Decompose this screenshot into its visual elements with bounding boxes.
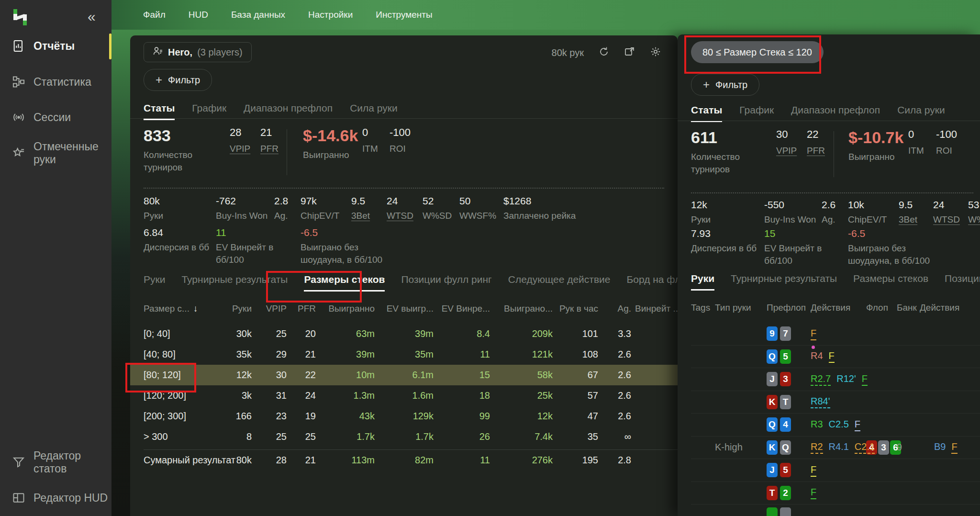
action-r84'[interactable]: R84' [811,395,830,408]
column-header-6[interactable]: Выиграно... [494,303,557,314]
action-r4.1[interactable]: R4.1 [829,441,849,452]
menu-item-2[interactable]: База данных [231,10,285,20]
table-row[interactable]: [200; 300]166231943k129k9912k472.6 [144,406,678,426]
sidebar-item-0[interactable]: Отчёты [0,34,111,58]
action-c2.1[interactable]: C2.1 [855,441,875,454]
tab-1[interactable]: График [192,102,226,120]
cell: 11 [437,455,494,466]
table-row[interactable]: [40; 80]35k292139m35m11121k1082.6 [144,344,678,365]
sidebar-item-1[interactable]: Статистика [0,69,111,94]
table-row[interactable]: [0; 40]30k252063m39m8.4209k1013.3 [144,324,678,344]
column-header-8[interactable]: Ag. [602,303,635,314]
action-f[interactable]: F [862,373,868,386]
column-header-7[interactable]: Рук в час [557,303,602,314]
hand-row[interactable]: Q4R3C2.5F [691,414,980,437]
add-filter-button[interactable]: + Фильтр [144,69,212,91]
column-header-5[interactable]: EV Винре... [437,303,494,314]
table-row[interactable]: [120; 200]3k31241.3m1.6m1825k572.6 [144,385,678,406]
sidebar-item-4[interactable]: Редактор статов [0,450,111,475]
tab-0[interactable]: Статы [691,104,722,122]
hand-row[interactable]: J5F [691,459,980,482]
refresh-icon[interactable] [598,46,610,60]
sidebar-item-2[interactable]: Сессии [0,105,111,130]
hand-column-header-6[interactable]: Действия [920,303,980,313]
stack-size-filter-pill[interactable]: 80 ≤ Размер Стека ≤ 120 [691,41,824,63]
column-header-4[interactable]: EV выигр... [379,303,437,314]
action-f[interactable]: F [811,464,816,477]
report-tab-4[interactable]: Следующее действие [508,274,611,292]
report-tab-5[interactable]: Борд на флопе [627,274,678,292]
sidebar-item-label: Сессии [33,111,71,124]
cell: 1.7k [320,431,379,442]
stat-label: WTSD [387,210,413,222]
menu-item-1[interactable]: HUD [189,10,208,20]
report-tab-0[interactable]: Руки [691,273,714,291]
hand-row[interactable]: KTR84' [691,391,980,414]
tab-3[interactable]: Сила руки [897,104,945,122]
diamond-card-badge: 4 [780,417,791,432]
hand-row[interactable] [691,505,980,516]
hand-column-header-0[interactable]: Tags [691,303,715,313]
tab-1[interactable]: График [739,104,774,122]
add-filter-button[interactable]: + Фильтр [691,74,759,96]
action-r12'[interactable]: R12' [836,373,856,384]
column-header-2[interactable]: PFR [290,303,320,314]
report-tab-1[interactable]: Турнирные результаты [731,273,837,291]
report-tab-2[interactable]: Размеры стеков [304,274,385,292]
hand-row[interactable]: T2F [691,482,980,505]
table-row[interactable]: > 300825251.7k1.7k267.4k35∞ [144,426,678,447]
report-tab-2[interactable]: Размеры стеков [853,273,928,291]
tab-3[interactable]: Сила руки [350,102,398,120]
sidebar-item-5[interactable]: Редактор HUD [0,485,111,510]
tab-2[interactable]: Диапазон префлоп [244,102,333,120]
hand-column-header-2[interactable]: Префлоп [767,303,811,313]
report-tab-3[interactable]: Позиции фулл ринг [945,273,980,291]
report-tab-0[interactable]: Руки [144,274,165,292]
hand-row[interactable]: K-highKQR2R4.1C2.14369B9F [691,437,980,460]
column-header-0[interactable]: Руки [230,303,256,314]
action-b9[interactable]: B9 [934,441,946,452]
hand-row[interactable]: J3R2.7R12'F [691,368,980,391]
action-f[interactable]: F [811,486,816,499]
action-r2[interactable]: R2 [811,441,823,454]
menu-item-3[interactable]: Настройки [308,10,353,20]
action-f[interactable]: F [811,327,816,340]
column-header-1[interactable]: VPIP [256,303,290,314]
action-r4[interactable]: R4 [811,350,823,361]
menu-item-0[interactable]: Файл [143,10,166,20]
open-in-window-icon[interactable] [624,46,635,60]
hand-column-header-5[interactable]: Банк [897,303,920,313]
cell: 11 [437,349,494,360]
sidebar-item-3[interactable]: Отмеченные руки [0,141,111,166]
tab-0[interactable]: Статы [144,102,175,120]
hand-row[interactable]: Q5R4F [691,346,980,369]
table-row[interactable]: [80; 120]12k302210m6.1m1558k672.6 [144,365,678,385]
menu-item-4[interactable]: Инструменты [376,10,432,20]
report-tab-3[interactable]: Позиции фулл ринг [401,274,491,292]
cell: 82m [379,455,437,466]
stat-cell: 52W%SD [423,195,452,222]
action-r2.7[interactable]: R2.7 [811,373,831,386]
action-f[interactable]: F [855,418,860,431]
column-header-3[interactable]: Выигранно [320,303,379,314]
hand-row[interactable]: 97F [691,323,980,346]
action-f[interactable]: F [951,441,957,454]
tab-2[interactable]: Диапазон префлоп [791,104,880,122]
hand-column-header-3[interactable]: Действия [811,303,866,313]
action-r3[interactable]: R3 [811,418,823,430]
stat-cell: 21PFR [260,126,278,155]
sort-column-header[interactable]: Размер с...↓ [144,303,230,314]
sidebar-collapse-icon[interactable]: « [88,10,96,24]
report-tab-1[interactable]: Турнирные результаты [181,274,288,292]
column-header-9[interactable]: Винрейт ... [635,303,678,314]
action-c2.5[interactable]: C2.5 [829,418,849,430]
club-card-badge: 2 [780,486,791,500]
settings-gear-icon[interactable] [650,46,661,60]
cell: 2.8 [602,455,635,466]
player-chip[interactable]: Hero, (3 players) [144,42,252,62]
action-f[interactable]: F [829,350,835,363]
stat-value: $1268 [503,195,576,207]
hand-column-header-1[interactable]: Тип руки [715,303,767,313]
hand-column-header-4[interactable]: Флоп [866,303,897,313]
summary-row[interactable]: Сумарный результат80k2821113m82m11276k19… [144,450,678,471]
